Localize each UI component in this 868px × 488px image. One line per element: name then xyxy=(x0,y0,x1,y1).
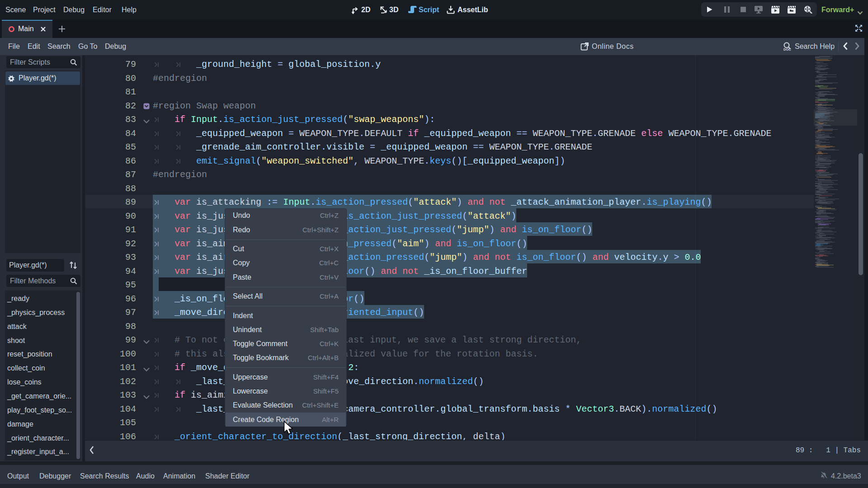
svg-text:DOC: DOC xyxy=(783,47,791,51)
